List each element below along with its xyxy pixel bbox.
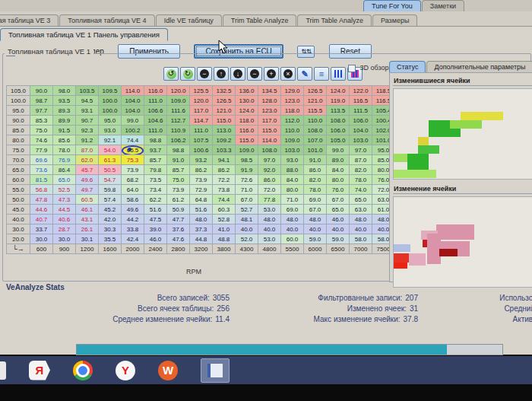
ve-cell[interactable]: 116.5 — [350, 96, 372, 106]
ve-cell[interactable]: 112.7 — [167, 116, 190, 126]
tab-trim-analyze-2[interactable]: Trim Table Analyze — [297, 14, 372, 26]
ve-cell[interactable]: 74.4 — [122, 135, 144, 145]
tab-idle-ve[interactable]: Idle VE таблицу — [156, 14, 222, 26]
ve-cell[interactable]: 74.4 — [213, 195, 236, 205]
ve-cell[interactable]: 108.0 — [304, 126, 327, 135]
ve-cell[interactable]: 106.2 — [167, 135, 190, 145]
ve-cell[interactable]: 106.0 — [327, 126, 350, 135]
ve-cell[interactable]: 104.0 — [350, 126, 372, 135]
ve-cell[interactable]: 40.0 — [281, 224, 304, 234]
ve-cell[interactable]: 52.5 — [53, 185, 76, 195]
ve-cell[interactable]: 65.0 — [53, 175, 76, 185]
ve-cell[interactable]: 52.8 — [213, 215, 236, 224]
increment-icon[interactable]: + — [264, 67, 279, 81]
ve-cell[interactable]: 73.4 — [144, 185, 167, 195]
ve-cell[interactable]: 44.2 — [122, 215, 144, 224]
ve-cell[interactable]: 45.7 — [76, 165, 99, 175]
cancel-icon[interactable]: × — [280, 67, 296, 81]
ve-cell[interactable]: 115.0 — [258, 126, 281, 135]
ve-cell[interactable]: 118.0 — [281, 106, 304, 116]
ve-cell[interactable]: 75.0 — [30, 126, 53, 135]
ve-cell[interactable]: 136.0 — [236, 86, 258, 96]
upload-arrow-icon[interactable]: ↑ — [214, 67, 229, 81]
ve-cell[interactable]: 30.0 — [30, 234, 53, 244]
ve-cell[interactable]: 85.6 — [53, 135, 76, 145]
ve-cell[interactable]: 84.0 — [281, 175, 304, 185]
ve-cell[interactable]: 50.9 — [167, 205, 190, 215]
ve-cell[interactable]: 92.0 — [258, 165, 281, 175]
ve-cell[interactable]: 100.2 — [122, 126, 144, 135]
ve-cell[interactable]: 100.0 — [99, 96, 122, 106]
ve-cell[interactable]: 109.0 — [236, 145, 258, 155]
ve-cell[interactable]: 78.0 — [53, 145, 76, 155]
ve-cell[interactable]: 100.0 — [99, 106, 122, 116]
ve-cell[interactable]: 101.0 — [304, 145, 327, 155]
ve-cell[interactable]: 49.7 — [76, 185, 99, 195]
ve-cell[interactable]: 85.3 — [30, 116, 53, 126]
ve-cell[interactable]: 47.3 — [53, 195, 76, 205]
ve-cell[interactable]: 115.0 — [213, 116, 236, 126]
ve-cell[interactable]: 47.5 — [144, 215, 167, 224]
ve-cell[interactable]: 112.0 — [281, 116, 304, 126]
ve-cell[interactable]: 74.6 — [30, 135, 53, 145]
ve-cell[interactable]: 97.0 — [258, 155, 281, 165]
ve-cell[interactable]: 119.0 — [327, 96, 350, 106]
ve-cell[interactable]: 40.0 — [350, 224, 372, 234]
ve-cell[interactable]: 65.5 — [122, 145, 144, 155]
ve-cell[interactable]: 48.0 — [304, 215, 327, 224]
ve-cell[interactable]: 61.2 — [167, 195, 190, 205]
ve-cell[interactable]: 92.3 — [76, 126, 99, 135]
ve-cell[interactable]: 130.0 — [236, 96, 258, 106]
ve-cell[interactable]: 62.0 — [76, 155, 99, 165]
ve-cell[interactable]: 33.7 — [30, 224, 53, 234]
ve-cell[interactable]: 77.9 — [30, 145, 53, 155]
ve-cell[interactable]: 80.0 — [281, 185, 304, 195]
ve-cell[interactable]: 39.0 — [144, 224, 167, 234]
tunerstudio-app-icon[interactable] — [201, 358, 230, 383]
ve-cell[interactable]: 103.0 — [350, 135, 372, 145]
ve-cell[interactable]: 104.0 — [122, 96, 144, 106]
ve-cell[interactable]: 129.0 — [281, 86, 304, 96]
ve-cell[interactable]: 64.8 — [190, 195, 213, 205]
ve-cell[interactable]: 109.0 — [167, 96, 190, 106]
ve-cell[interactable]: 89.3 — [53, 106, 76, 116]
ve-cell[interactable]: 42.4 — [122, 234, 144, 244]
ve-cell[interactable]: 90.7 — [76, 116, 99, 126]
ve-cell[interactable]: 82.0 — [350, 165, 372, 175]
ve-cell[interactable]: 59.8 — [99, 185, 122, 195]
ve-cell[interactable]: 40.7 — [30, 215, 53, 224]
ve-cell[interactable]: 114.7 — [190, 116, 213, 126]
ve-cell[interactable]: 86.0 — [304, 165, 327, 175]
ve-cell[interactable]: 30.3 — [99, 224, 122, 234]
ve-cell[interactable]: 98.0 — [53, 86, 76, 96]
ve-cell[interactable]: 118.0 — [236, 116, 258, 126]
ve-cell[interactable]: 109.2 — [213, 135, 236, 145]
ve-cell[interactable]: 86.2 — [190, 165, 213, 175]
ve-cell[interactable]: 121.0 — [304, 96, 327, 106]
ve-cell[interactable]: 98.8 — [167, 145, 190, 155]
ve-cell[interactable]: 103.3 — [213, 145, 236, 155]
ve-cell[interactable]: 123.0 — [281, 96, 304, 106]
ve-cell[interactable]: 92.1 — [99, 135, 122, 145]
ve-cell[interactable]: 72.6 — [236, 175, 258, 185]
ve-cell[interactable]: 120.0 — [190, 96, 213, 106]
ve-cell[interactable]: 52.0 — [236, 234, 258, 244]
ve-cell[interactable]: 91.9 — [236, 165, 258, 175]
ve-cell[interactable]: 104.6 — [144, 116, 167, 126]
ve-cell[interactable]: 126.5 — [213, 96, 236, 106]
chrome-icon[interactable] — [73, 361, 93, 380]
ve-cell[interactable]: 73.5 — [144, 175, 167, 185]
ve-cell[interactable]: 103.5 — [76, 86, 99, 96]
ve-cell[interactable]: 72.2 — [213, 175, 236, 185]
ve-cell[interactable]: 73.8 — [213, 185, 236, 195]
ve-cell[interactable]: 86.4 — [53, 165, 76, 175]
ve-cell[interactable]: 109.0 — [281, 135, 304, 145]
redo-icon[interactable]: ↻ — [180, 67, 195, 81]
ve-cell[interactable]: 99.0 — [327, 145, 350, 155]
ve-cell[interactable]: 84.0 — [327, 165, 350, 175]
ve-cell[interactable]: 47.7 — [167, 215, 190, 224]
ve-cell[interactable]: 110.0 — [281, 126, 304, 135]
ve-cell[interactable]: 89.0 — [327, 155, 350, 165]
ve-cell[interactable]: 65.0 — [350, 195, 372, 205]
ve-cell[interactable]: 46.1 — [76, 205, 99, 215]
